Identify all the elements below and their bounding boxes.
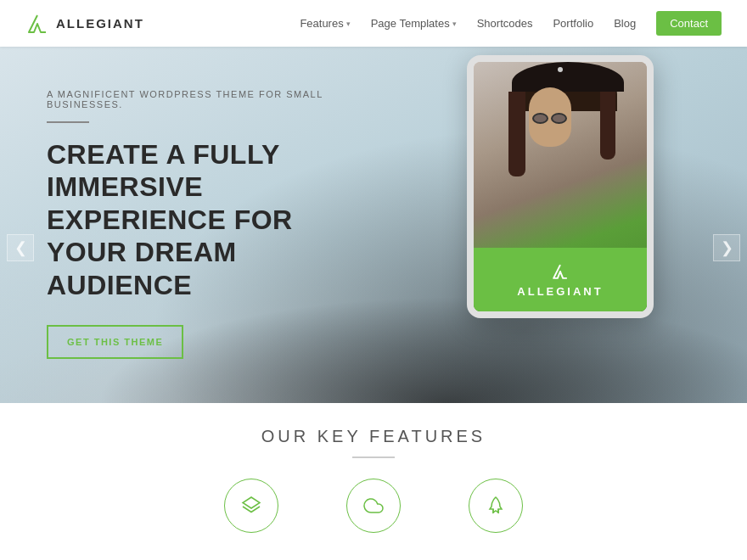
hero-section: A Magnificent WordPress Theme for Small … [0, 47, 747, 403]
templates-caret: ▾ [452, 20, 457, 28]
navbar: ALLEGIANT Features ▾ Page Templates ▾ Sh… [0, 0, 747, 47]
hero-content: A Magnificent WordPress Theme for Small … [47, 89, 369, 359]
features-title: OUR KEY FEATURES [261, 427, 486, 446]
logo-text: ALLEGIANT [56, 16, 144, 31]
logo[interactable]: ALLEGIANT [25, 12, 144, 36]
tablet-screen: ALLEGIANT [474, 62, 647, 311]
hero-divider [47, 121, 89, 123]
tablet-mockup: ALLEGIANT [467, 55, 654, 318]
features-section: OUR KEY FEATURES [0, 403, 747, 560]
get-theme-button[interactable]: GET THIS THEME [47, 325, 183, 359]
nav-page-templates[interactable]: Page Templates ▾ [371, 17, 457, 30]
nav-blog[interactable]: Blog [614, 17, 636, 30]
rocket-icon [486, 496, 506, 516]
features-divider [352, 456, 395, 458]
nav-shortcodes[interactable]: Shortcodes [477, 17, 533, 30]
hero-title: Create a Fully Immersive Experience for … [47, 138, 369, 301]
cloud-icon [363, 496, 384, 516]
layers-icon [241, 496, 261, 516]
nav-links: Features ▾ Page Templates ▾ Shortcodes P… [300, 11, 722, 36]
nav-portfolio[interactable]: Portfolio [553, 17, 593, 30]
hero-subtitle: A Magnificent WordPress Theme for Small … [47, 89, 369, 109]
feature-rocket [469, 479, 523, 533]
slider-prev-button[interactable]: ❮ [7, 234, 34, 261]
nav-contact-button[interactable]: Contact [656, 11, 722, 36]
feature-layers [224, 479, 278, 533]
features-icons [224, 479, 523, 533]
tablet-logo-text: ALLEGIANT [517, 285, 603, 298]
logo-icon [25, 12, 49, 36]
tablet-logo-icon [551, 262, 570, 281]
slider-next-button[interactable]: ❯ [713, 234, 740, 261]
tablet-camera [558, 67, 563, 72]
features-caret: ▾ [346, 20, 351, 28]
nav-features[interactable]: Features ▾ [300, 17, 350, 30]
svg-marker-0 [243, 497, 260, 508]
tablet-logo-bar: ALLEGIANT [474, 248, 647, 311]
tablet-outer: ALLEGIANT [467, 55, 654, 318]
feature-cloud [346, 479, 401, 533]
